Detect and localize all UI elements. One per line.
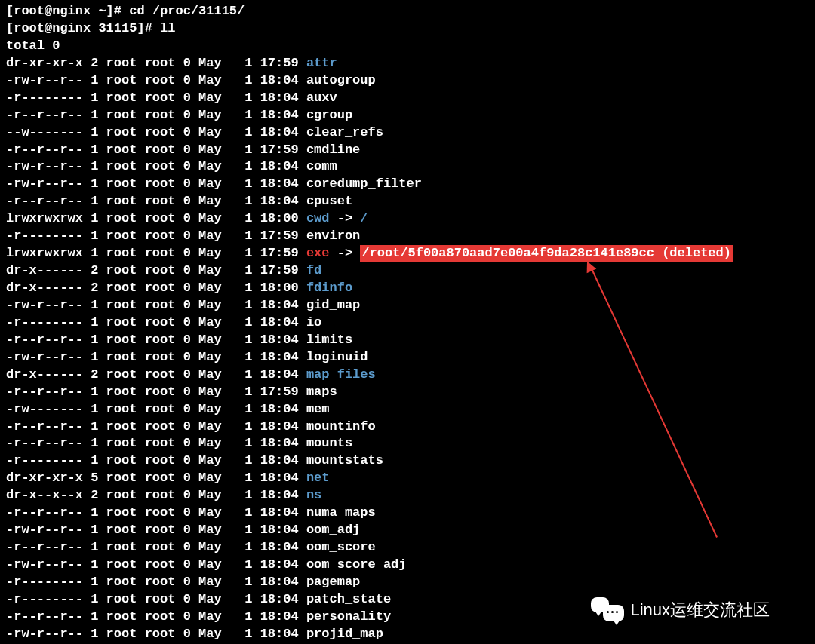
file-entry: dr-xr-xr-x 2 root root 0 May 1 17:59 att… — [6, 55, 809, 72]
file-name: autogroup — [306, 72, 376, 90]
file-name: fdinfo — [306, 280, 352, 297]
file-meta: dr-x------ 2 root root 0 May 1 17:59 — [6, 262, 306, 280]
file-entry: -rw-r--r-- 1 root root 0 May 1 18:04 cor… — [6, 176, 809, 193]
file-name: clear_refs — [306, 124, 383, 142]
terminal-output[interactable]: [root@nginx ~]# cd /proc/31115/ [root@ng… — [6, 3, 809, 644]
file-entry: -rw-r--r-- 1 root root 0 May 1 18:04 pro… — [6, 626, 809, 643]
file-entry: lrwxrwxrwx 1 root root 0 May 1 18:00 cwd… — [6, 210, 809, 228]
file-name: mem — [306, 401, 330, 419]
file-meta: -rw-r--r-- 1 root root 0 May 1 18:04 — [6, 557, 306, 574]
file-meta: -r--r--r-- 1 root root 0 May 1 18:04 — [6, 504, 306, 522]
file-meta: dr-x--x--x 2 root root 0 May 1 18:04 — [6, 487, 306, 504]
symlink-target: /root/5f00a870aad7e00a4f9da28c141e89cc (… — [360, 245, 733, 262]
file-entry: dr-xr-xr-x 5 root root 0 May 1 18:04 net — [6, 470, 809, 487]
file-entry: -rw-r--r-- 1 root root 0 May 1 18:04 oom… — [6, 522, 809, 539]
file-name: oom_adj — [306, 522, 360, 539]
file-meta: -rw-r--r-- 1 root root 0 May 1 18:04 — [6, 158, 306, 176]
file-entry: -r--r--r-- 1 root root 0 May 1 18:04 oom… — [6, 539, 809, 557]
file-meta: -r-------- 1 root root 0 May 1 18:04 — [6, 90, 306, 107]
file-entry: -r--r--r-- 1 root root 0 May 1 18:04 mou… — [6, 419, 809, 436]
file-entry: -rw-r--r-- 1 root root 0 May 1 18:04 log… — [6, 349, 809, 366]
file-entry: -r--r--r-- 1 root root 0 May 1 18:04 mou… — [6, 435, 809, 452]
file-listing: dr-xr-xr-x 2 root root 0 May 1 17:59 att… — [6, 55, 809, 644]
file-entry: -r--r--r-- 1 root root 0 May 1 17:59 cmd… — [6, 142, 809, 159]
file-meta: -r-------- 1 root root 0 May 1 18:04 — [6, 574, 306, 591]
file-entry: -r--r--r-- 1 root root 0 May 1 17:59 map… — [6, 384, 809, 401]
file-name: mountinfo — [306, 419, 376, 436]
file-name: mounts — [306, 435, 352, 452]
file-meta: -r-------- 1 root root 0 May 1 17:59 — [6, 228, 306, 245]
symlink-arrow: -> — [329, 210, 360, 228]
file-meta: -r--r--r-- 1 root root 0 May 1 18:04 — [6, 332, 306, 349]
file-name: net — [306, 470, 330, 487]
file-entry: -r-------- 1 root root 0 May 1 18:04 aux… — [6, 90, 809, 107]
file-meta: -r--r--r-- 1 root root 0 May 1 18:04 — [6, 539, 306, 557]
file-entry: -r--r--r-- 1 root root 0 May 1 18:04 num… — [6, 504, 809, 522]
wechat-icon — [591, 597, 624, 623]
file-meta: lrwxrwxrwx 1 root root 0 May 1 18:00 — [6, 210, 306, 228]
file-name: maps — [306, 384, 337, 401]
file-meta: -rw-r--r-- 1 root root 0 May 1 18:04 — [6, 297, 306, 314]
file-entry: dr-x------ 2 root root 0 May 1 18:04 map… — [6, 366, 809, 384]
file-meta: -r--r--r-- 1 root root 0 May 1 18:04 — [6, 419, 306, 436]
file-meta: -r-------- 1 root root 0 May 1 18:04 — [6, 314, 306, 332]
file-entry: -r-------- 1 root root 0 May 1 18:04 io — [6, 314, 809, 332]
file-entry: -r--r--r-- 1 root root 0 May 1 18:04 cgr… — [6, 107, 809, 124]
file-name: oom_score_adj — [306, 557, 407, 574]
prompt-line-1: [root@nginx ~]# cd /proc/31115/ — [6, 3, 809, 20]
file-meta: lrwxrwxrwx 1 root root 0 May 1 17:59 — [6, 245, 306, 262]
file-meta: -rw-r--r-- 1 root root 0 May 1 18:04 — [6, 176, 306, 193]
file-meta: -r--r--r-- 1 root root 0 May 1 18:04 — [6, 609, 306, 626]
file-meta: -rw-r--r-- 1 root root 0 May 1 18:04 — [6, 522, 306, 539]
prompt-line-2: [root@nginx 31115]# ll — [6, 20, 809, 38]
symlink-target: / — [360, 210, 368, 228]
file-name: fd — [306, 262, 321, 280]
file-meta: --w------- 1 root root 0 May 1 18:04 — [6, 124, 306, 142]
file-entry: -r-------- 1 root root 0 May 1 17:59 env… — [6, 228, 809, 245]
file-name: projid_map — [306, 626, 383, 643]
watermark-text: Linux运维交流社区 — [630, 599, 770, 621]
file-meta: dr-x------ 2 root root 0 May 1 18:00 — [6, 280, 306, 297]
file-meta: -r-------- 1 root root 0 May 1 18:04 — [6, 591, 306, 609]
file-meta: -rw-r--r-- 1 root root 0 May 1 18:04 — [6, 349, 306, 366]
file-name: loginuid — [306, 349, 368, 366]
file-meta: -r-------- 1 root root 0 May 1 18:04 — [6, 452, 306, 470]
file-entry: dr-x------ 2 root root 0 May 1 17:59 fd — [6, 262, 809, 280]
file-name: patch_state — [306, 591, 391, 609]
file-name: environ — [306, 228, 360, 245]
file-name: map_files — [306, 366, 376, 384]
symlink-arrow: -> — [329, 245, 360, 262]
file-entry: -r--r--r-- 1 root root 0 May 1 18:04 cpu… — [6, 193, 809, 210]
watermark: Linux运维交流社区 — [591, 597, 770, 623]
file-name: numa_maps — [306, 504, 376, 522]
file-meta: -r--r--r-- 1 root root 0 May 1 18:04 — [6, 435, 306, 452]
file-meta: -rw------- 1 root root 0 May 1 18:04 — [6, 401, 306, 419]
file-meta: -r--r--r-- 1 root root 0 May 1 17:59 — [6, 384, 306, 401]
file-entry: -rw-r--r-- 1 root root 0 May 1 18:04 com… — [6, 158, 809, 176]
file-meta: dr-xr-xr-x 5 root root 0 May 1 18:04 — [6, 470, 306, 487]
file-meta: -r--r--r-- 1 root root 0 May 1 17:59 — [6, 142, 306, 159]
file-meta: -r--r--r-- 1 root root 0 May 1 18:04 — [6, 107, 306, 124]
file-name: comm — [306, 158, 337, 176]
file-entry: dr-x--x--x 2 root root 0 May 1 18:04 ns — [6, 487, 809, 504]
file-name: limits — [306, 332, 352, 349]
file-entry: lrwxrwxrwx 1 root root 0 May 1 17:59 exe… — [6, 245, 809, 262]
file-name: coredump_filter — [306, 176, 422, 193]
file-name: cpuset — [306, 193, 352, 210]
file-name: attr — [306, 55, 337, 72]
file-entry: -rw-r--r-- 1 root root 0 May 1 18:04 aut… — [6, 72, 809, 90]
file-meta: dr-x------ 2 root root 0 May 1 18:04 — [6, 366, 306, 384]
file-name: auxv — [306, 90, 337, 107]
file-entry: -r--r--r-- 1 root root 0 May 1 18:04 lim… — [6, 332, 809, 349]
file-meta: -r--r--r-- 1 root root 0 May 1 18:04 — [6, 193, 306, 210]
file-meta: -rw-r--r-- 1 root root 0 May 1 18:04 — [6, 626, 306, 643]
file-meta: dr-xr-xr-x 2 root root 0 May 1 17:59 — [6, 55, 306, 72]
file-name: oom_score — [306, 539, 376, 557]
file-name: exe — [306, 245, 330, 262]
file-name: personality — [306, 609, 391, 626]
file-entry: dr-x------ 2 root root 0 May 1 18:00 fdi… — [6, 280, 809, 297]
file-name: io — [306, 314, 321, 332]
file-entry: -r-------- 1 root root 0 May 1 18:04 mou… — [6, 452, 809, 470]
file-name: mountstats — [306, 452, 383, 470]
file-meta: -rw-r--r-- 1 root root 0 May 1 18:04 — [6, 72, 306, 90]
